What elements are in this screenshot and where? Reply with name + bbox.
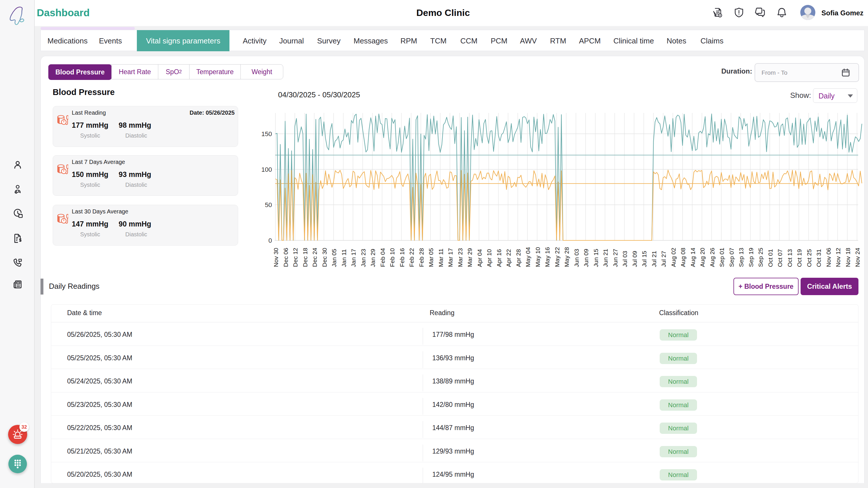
svg-text:Feb 28: Feb 28 bbox=[418, 248, 425, 267]
svg-text:Dec 24: Dec 24 bbox=[311, 248, 318, 267]
svg-text:0: 0 bbox=[269, 237, 272, 244]
svg-text:Mar 11: Mar 11 bbox=[437, 249, 444, 267]
svg-text:Sep 19: Sep 19 bbox=[748, 248, 754, 267]
svg-text:50: 50 bbox=[265, 201, 272, 208]
svg-text:Jun 21: Jun 21 bbox=[602, 249, 609, 267]
svg-text:Jan 23: Jan 23 bbox=[360, 249, 367, 267]
svg-text:Jun 03: Jun 03 bbox=[573, 249, 580, 267]
svg-text:Sep 25: Sep 25 bbox=[757, 248, 764, 267]
svg-text:Aug 14: Aug 14 bbox=[689, 248, 696, 267]
svg-text:Jul 21: Jul 21 bbox=[651, 251, 657, 267]
svg-text:Aug 02: Aug 02 bbox=[670, 248, 677, 267]
svg-text:May 22: May 22 bbox=[554, 247, 560, 267]
svg-text:Oct 25: Oct 25 bbox=[806, 249, 812, 267]
svg-text:Jan 11: Jan 11 bbox=[341, 249, 347, 267]
svg-text:Nov 12: Nov 12 bbox=[835, 248, 841, 267]
svg-text:Oct 19: Oct 19 bbox=[796, 249, 803, 267]
svg-text:Oct 01: Oct 01 bbox=[767, 249, 774, 267]
svg-text:Jun 09: Jun 09 bbox=[583, 249, 589, 267]
svg-text:Sep 01: Sep 01 bbox=[718, 248, 725, 267]
svg-text:May 04: May 04 bbox=[525, 247, 531, 267]
svg-text:Jan 05: Jan 05 bbox=[331, 249, 337, 267]
svg-text:Dec 18: Dec 18 bbox=[302, 248, 308, 267]
svg-text:Apr 10: Apr 10 bbox=[486, 249, 492, 267]
svg-text:Nov 24: Nov 24 bbox=[854, 248, 861, 267]
svg-text:Nov 30: Nov 30 bbox=[273, 248, 279, 267]
svg-text:Jun 15: Jun 15 bbox=[593, 249, 599, 267]
svg-text:May 10: May 10 bbox=[534, 247, 541, 267]
svg-text:Jan 17: Jan 17 bbox=[350, 249, 357, 267]
svg-text:Jan 29: Jan 29 bbox=[370, 249, 376, 267]
svg-text:Dec 06: Dec 06 bbox=[282, 248, 289, 267]
svg-text:Sep 07: Sep 07 bbox=[728, 248, 735, 267]
svg-text:Mar 23: Mar 23 bbox=[457, 248, 464, 267]
svg-text:Jul 03: Jul 03 bbox=[621, 251, 628, 267]
svg-text:Oct 13: Oct 13 bbox=[786, 249, 793, 267]
svg-text:100: 100 bbox=[261, 166, 272, 173]
svg-text:Feb 10: Feb 10 bbox=[389, 248, 396, 267]
svg-text:Feb 16: Feb 16 bbox=[399, 248, 405, 267]
svg-text:Mar 29: Mar 29 bbox=[466, 248, 473, 267]
svg-text:150: 150 bbox=[261, 130, 272, 138]
svg-text:Jul 15: Jul 15 bbox=[641, 251, 648, 267]
svg-text:Apr 28: Apr 28 bbox=[515, 249, 522, 267]
svg-text:Feb 22: Feb 22 bbox=[408, 248, 415, 267]
svg-text:Aug 20: Aug 20 bbox=[699, 248, 706, 267]
svg-text:Dec 30: Dec 30 bbox=[321, 248, 328, 267]
svg-text:May 28: May 28 bbox=[563, 247, 570, 267]
svg-text:Apr 04: Apr 04 bbox=[476, 249, 483, 267]
svg-text:Feb 04: Feb 04 bbox=[379, 248, 386, 267]
svg-text:Nov 06: Nov 06 bbox=[825, 248, 832, 267]
svg-text:Mar 05: Mar 05 bbox=[428, 248, 434, 267]
svg-text:Jul 27: Jul 27 bbox=[660, 251, 667, 267]
svg-text:Dec 12: Dec 12 bbox=[292, 248, 299, 267]
svg-text:Oct 31: Oct 31 bbox=[815, 249, 822, 267]
svg-text:Mar 17: Mar 17 bbox=[447, 248, 454, 267]
svg-text:Apr 22: Apr 22 bbox=[505, 249, 512, 267]
svg-text:Apr 16: Apr 16 bbox=[496, 249, 502, 267]
svg-text:May 16: May 16 bbox=[544, 247, 551, 267]
svg-text:Aug 08: Aug 08 bbox=[680, 248, 686, 267]
svg-text:Jul 09: Jul 09 bbox=[631, 251, 638, 267]
svg-text:Nov 18: Nov 18 bbox=[844, 248, 851, 267]
svg-text:Aug 26: Aug 26 bbox=[709, 248, 715, 267]
svg-text:Oct 07: Oct 07 bbox=[777, 249, 783, 267]
svg-text:Sep 13: Sep 13 bbox=[738, 248, 744, 267]
svg-text:Jun 27: Jun 27 bbox=[612, 249, 619, 267]
